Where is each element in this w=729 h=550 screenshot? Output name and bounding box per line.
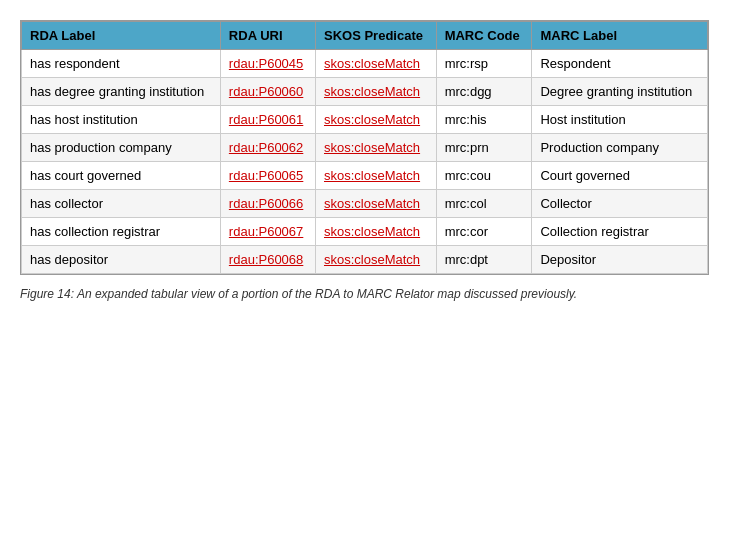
col-header-marc-label: MARC Label (532, 22, 708, 50)
cell-rda-label: has host institution (22, 106, 221, 134)
cell-rda-uri[interactable]: rdau:P60045 (220, 50, 315, 78)
cell-rda-uri[interactable]: rdau:P60067 (220, 218, 315, 246)
cell-rda-label: has respondent (22, 50, 221, 78)
cell-marc-label: Depositor (532, 246, 708, 274)
cell-marc-code: mrc:his (436, 106, 532, 134)
cell-rda-label: has court governed (22, 162, 221, 190)
cell-marc-code: mrc:dpt (436, 246, 532, 274)
cell-marc-code: mrc:rsp (436, 50, 532, 78)
cell-marc-code: mrc:col (436, 190, 532, 218)
table-row: has respondentrdau:P60045skos:closeMatch… (22, 50, 708, 78)
figure-caption: Figure 14: An expanded tabular view of a… (20, 287, 709, 301)
col-header-skos-predicate: SKOS Predicate (315, 22, 436, 50)
rda-marc-table: RDA Label RDA URI SKOS Predicate MARC Co… (21, 21, 708, 274)
cell-marc-code: mrc:cor (436, 218, 532, 246)
cell-rda-uri[interactable]: rdau:P60061 (220, 106, 315, 134)
cell-rda-label: has production company (22, 134, 221, 162)
cell-marc-label: Court governed (532, 162, 708, 190)
cell-skos-predicate[interactable]: skos:closeMatch (315, 218, 436, 246)
cell-rda-label: has collection registrar (22, 218, 221, 246)
cell-rda-uri[interactable]: rdau:P60068 (220, 246, 315, 274)
table-header-row: RDA Label RDA URI SKOS Predicate MARC Co… (22, 22, 708, 50)
cell-rda-label: has depositor (22, 246, 221, 274)
cell-skos-predicate[interactable]: skos:closeMatch (315, 50, 436, 78)
cell-rda-uri[interactable]: rdau:P60066 (220, 190, 315, 218)
cell-rda-uri[interactable]: rdau:P60062 (220, 134, 315, 162)
col-header-rda-uri: RDA URI (220, 22, 315, 50)
cell-marc-label: Host institution (532, 106, 708, 134)
cell-marc-code: mrc:prn (436, 134, 532, 162)
table-row: has degree granting institutionrdau:P600… (22, 78, 708, 106)
cell-rda-uri[interactable]: rdau:P60060 (220, 78, 315, 106)
cell-marc-label: Degree granting institution (532, 78, 708, 106)
cell-skos-predicate[interactable]: skos:closeMatch (315, 190, 436, 218)
col-header-marc-code: MARC Code (436, 22, 532, 50)
table-row: has production companyrdau:P60062skos:cl… (22, 134, 708, 162)
cell-skos-predicate[interactable]: skos:closeMatch (315, 78, 436, 106)
cell-skos-predicate[interactable]: skos:closeMatch (315, 162, 436, 190)
cell-marc-code: mrc:cou (436, 162, 532, 190)
cell-rda-label: has degree granting institution (22, 78, 221, 106)
main-table-container: RDA Label RDA URI SKOS Predicate MARC Co… (20, 20, 709, 275)
cell-rda-uri[interactable]: rdau:P60065 (220, 162, 315, 190)
col-header-rda-label: RDA Label (22, 22, 221, 50)
table-row: has depositorrdau:P60068skos:closeMatchm… (22, 246, 708, 274)
cell-marc-label: Production company (532, 134, 708, 162)
cell-marc-label: Respondent (532, 50, 708, 78)
cell-marc-code: mrc:dgg (436, 78, 532, 106)
cell-rda-label: has collector (22, 190, 221, 218)
cell-marc-label: Collection registrar (532, 218, 708, 246)
table-row: has collectorrdau:P60066skos:closeMatchm… (22, 190, 708, 218)
cell-skos-predicate[interactable]: skos:closeMatch (315, 106, 436, 134)
cell-skos-predicate[interactable]: skos:closeMatch (315, 246, 436, 274)
table-row: has host institutionrdau:P60061skos:clos… (22, 106, 708, 134)
table-row: has collection registrarrdau:P60067skos:… (22, 218, 708, 246)
cell-marc-label: Collector (532, 190, 708, 218)
table-row: has court governedrdau:P60065skos:closeM… (22, 162, 708, 190)
cell-skos-predicate[interactable]: skos:closeMatch (315, 134, 436, 162)
